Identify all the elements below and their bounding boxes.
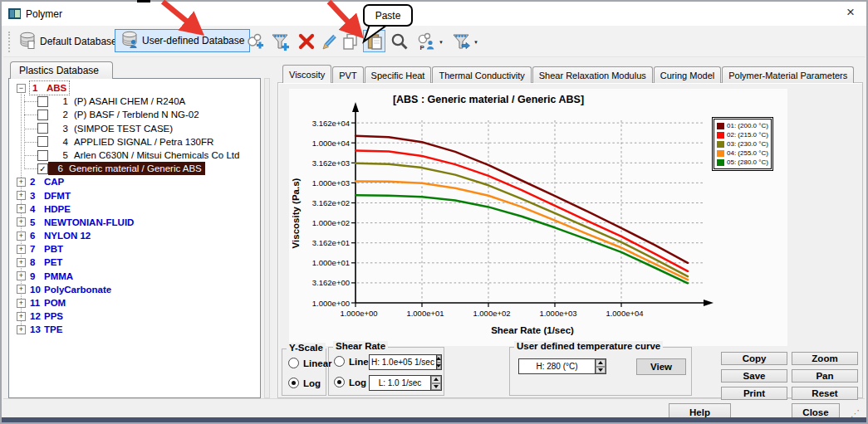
- pan-chart-button[interactable]: Pan: [792, 369, 858, 383]
- delete-icon[interactable]: [295, 30, 317, 52]
- panel-splitter[interactable]: [264, 78, 270, 398]
- tree-item-4[interactable]: 4APPLIED SIGNAL / Petra 130FR: [9, 135, 260, 149]
- expand-icon[interactable]: +: [17, 178, 26, 187]
- expand-icon[interactable]: +: [17, 271, 26, 280]
- shear-rate-high-value[interactable]: H: 1.0e+05 1/sec: [370, 355, 436, 369]
- y-scale-linear-radio[interactable]: Linear: [288, 358, 332, 368]
- user-temp-field[interactable]: H: 280 (°C): [518, 358, 606, 374]
- tab-curing-model[interactable]: Curing Model: [654, 66, 721, 83]
- y-tick-label: 1.000e+03: [312, 178, 350, 188]
- checkbox-unchecked[interactable]: [37, 123, 48, 134]
- filter-apply-dropdown-icon[interactable]: ▼: [473, 40, 478, 45]
- edit-icon[interactable]: [318, 30, 341, 52]
- paste-icon[interactable]: [363, 30, 385, 52]
- y-tick-label: 1.000e+00: [312, 299, 350, 308]
- shear-rate-low-value[interactable]: L: 1.0 1/sec: [370, 376, 430, 390]
- zoom-chart-button[interactable]: Zoom: [792, 352, 858, 365]
- user-temp-spin-up[interactable]: [596, 359, 606, 367]
- add-material-icon[interactable]: [243, 30, 266, 52]
- tab-polymer-material-parameters[interactable]: Polymer-Material Parameters: [722, 66, 854, 83]
- tree-category-nylon-12[interactable]: +6NYLON 12: [9, 229, 260, 242]
- tree-category-tpe[interactable]: +13TPE: [9, 323, 260, 336]
- expand-icon[interactable]: +: [17, 245, 26, 254]
- shear-high-spin-up[interactable]: [437, 355, 441, 363]
- expand-icon[interactable]: +: [17, 325, 26, 334]
- expand-icon[interactable]: +: [17, 299, 26, 308]
- y-scale-log-radio[interactable]: Log: [288, 378, 321, 388]
- tab-viscosity[interactable]: Viscosity: [282, 65, 331, 83]
- expand-icon[interactable]: +: [17, 312, 26, 321]
- expand-icon[interactable]: +: [17, 217, 26, 227]
- copy-icon[interactable]: [339, 30, 361, 52]
- legend-label: 03: (230.0 °C): [727, 140, 768, 148]
- tree-category-newtonian-fluid[interactable]: +5NEWTONIAN-FLUID: [9, 216, 260, 229]
- collapse-icon[interactable]: −: [17, 84, 26, 93]
- tree-item-3[interactable]: 3(SIMPOE TEST CASE): [9, 122, 260, 135]
- tab-shear-relaxation-modulus[interactable]: Shear Relaxation Modulus: [532, 66, 653, 83]
- checkbox-unchecked[interactable]: [37, 136, 48, 147]
- user-temp-value[interactable]: H: 280 (°C): [519, 359, 595, 373]
- tree-category-pom[interactable]: +11POM: [9, 296, 260, 309]
- tree-category-cap[interactable]: +2CAP: [9, 175, 260, 188]
- x-tick-label: 1.000e+01: [406, 309, 444, 318]
- shear-rate-log-radio[interactable]: Log: [334, 377, 366, 387]
- tab-thermal-conductivity[interactable]: Thermal Conductivity: [432, 66, 531, 83]
- filter-apply-icon[interactable]: [449, 30, 472, 52]
- user-defined-database-button[interactable]: User-defined Database: [115, 29, 250, 52]
- category-label-wrap: 6NYLON 12: [30, 229, 91, 242]
- tree-item-1[interactable]: 1(P) ASAHI CHEM / R240A: [9, 95, 260, 108]
- window-close-icon[interactable]: ×: [846, 5, 855, 20]
- shear-low-spin-up[interactable]: [431, 376, 441, 383]
- expand-icon[interactable]: +: [17, 285, 26, 294]
- tree-category-pet[interactable]: +8PET: [9, 256, 260, 269]
- chart-title: [ABS : Generic material / Generic ABS]: [393, 94, 584, 105]
- user-temp-spin-down[interactable]: [596, 367, 606, 374]
- search-icon[interactable]: [388, 30, 410, 52]
- plastics-database-tab[interactable]: Plastics Database: [10, 61, 113, 79]
- category-label: PET: [44, 256, 62, 269]
- print-chart-button[interactable]: Print: [721, 387, 787, 400]
- checkbox-unchecked[interactable]: [37, 150, 48, 161]
- tree-category-hdpe[interactable]: +4HDPE: [9, 202, 260, 216]
- tree-item-2[interactable]: 2(P) BASF / Terblend N NG-02: [9, 108, 260, 121]
- shear-high-spin-down[interactable]: [437, 363, 441, 370]
- shear-rate-group-title: Shear Rate: [333, 341, 388, 351]
- y-axis-arrow-icon: [352, 102, 359, 112]
- tree-item-text: 3(SIMPOE TEST CASE): [48, 122, 173, 135]
- expand-icon[interactable]: +: [17, 258, 26, 267]
- checkbox-unchecked[interactable]: [37, 96, 48, 107]
- checkbox-unchecked[interactable]: [37, 110, 48, 120]
- y-tick-label: 3.162e+00: [312, 278, 350, 287]
- category-number: 5: [30, 216, 44, 229]
- y-axis-label: Viscosity (Pa.s): [291, 178, 301, 248]
- svg-text:P: P: [419, 44, 424, 51]
- tree-category-pmma[interactable]: +9PMMA: [9, 270, 260, 283]
- window-title: Polymer: [26, 8, 62, 20]
- tree-category-pbt[interactable]: +7PBT: [9, 242, 260, 256]
- expand-icon[interactable]: +: [17, 231, 26, 241]
- shear-rate-high-field[interactable]: H: 1.0e+05 1/sec: [369, 354, 442, 370]
- tree-category-abs[interactable]: −1ABS: [9, 81, 260, 95]
- polymer-search-icon[interactable]: P: [414, 30, 437, 52]
- copy-chart-button[interactable]: Copy: [721, 352, 787, 365]
- tab-specific-heat[interactable]: Specific Heat: [365, 66, 432, 83]
- save-chart-button[interactable]: Save: [721, 369, 787, 383]
- expand-icon[interactable]: +: [17, 204, 26, 213]
- default-database-button[interactable]: Default Database: [13, 30, 122, 53]
- tree-category-dfmt[interactable]: +3DFMT: [9, 189, 260, 202]
- view-button[interactable]: View: [636, 358, 686, 375]
- category-label-wrap: 1ABS: [30, 81, 69, 95]
- tab-pvt[interactable]: PVT: [332, 66, 363, 83]
- reset-chart-button[interactable]: Reset: [792, 387, 858, 400]
- tree-category-polycarbonate[interactable]: +10PolyCarbonate: [9, 283, 260, 296]
- filter-add-icon[interactable]: [268, 30, 291, 52]
- checkbox-checked[interactable]: ✓: [37, 163, 48, 174]
- radio-label: Log: [349, 378, 366, 387]
- expand-icon[interactable]: +: [17, 191, 26, 200]
- shear-rate-low-field[interactable]: L: 1.0 1/sec: [369, 375, 442, 391]
- polymer-search-dropdown-icon[interactable]: ▼: [439, 40, 444, 45]
- tree-item-5[interactable]: 5Arlen C630N / Mitsui Chemicals Co Ltd: [9, 149, 260, 162]
- tree-item-6[interactable]: ✓6Generic material / Generic ABS: [9, 162, 260, 175]
- tree-category-pps[interactable]: +12PPS: [9, 309, 260, 323]
- shear-low-spin-down[interactable]: [431, 383, 441, 391]
